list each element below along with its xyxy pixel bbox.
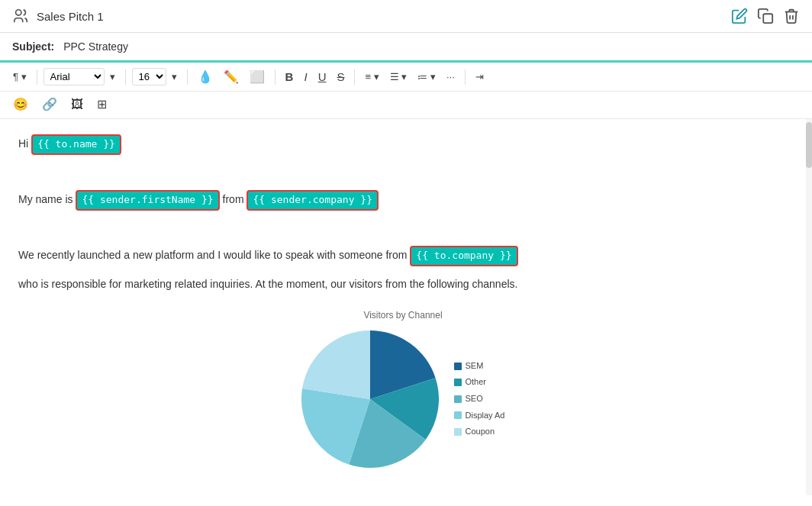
legend-dot-other [454, 379, 462, 386]
header-left: Sales Pitch 1 [12, 8, 104, 24]
font-name-select[interactable]: Arial [44, 68, 105, 85]
launched-prefix: We recently launched a new platform and … [18, 249, 410, 261]
line-empty2 [18, 220, 788, 237]
sep2 [125, 69, 126, 85]
svg-rect-1 [763, 14, 772, 23]
legend-dot-coupon [454, 428, 462, 436]
highlight-btn[interactable]: ✏️ [220, 67, 243, 86]
toolbar-row2: 😊 🔗 🖼 ⊞ [0, 92, 812, 119]
trash-icon[interactable] [783, 8, 800, 24]
toolbar-row1: ¶ ▾ Arial ▾ 16 ▾ 💧 ✏️ ⬜ B I U S ≡ ▾ ☰ ▾ … [0, 63, 812, 92]
editor[interactable]: Hi {{ to.name }} My name is {{ sender.fi… [0, 119, 806, 495]
edit-icon[interactable] [731, 8, 748, 24]
tag-to-name: {{ to.name }} [31, 134, 121, 155]
line-empty1 [18, 164, 788, 181]
pitch-title: Sales Pitch 1 [37, 10, 104, 23]
strikethrough-btn[interactable]: S [333, 68, 348, 85]
underline-btn[interactable]: U [314, 68, 330, 85]
from-text: from [220, 193, 247, 205]
bullet-btn[interactable]: ≔ ▾ [414, 69, 440, 85]
chart-legend: SEM Other SEO Display Ad [454, 359, 505, 439]
legend-dot-display [454, 411, 462, 419]
tag-to-company: {{ to.company }} [410, 246, 517, 266]
more-btn[interactable]: ··· [443, 69, 459, 85]
users-icon [12, 8, 29, 24]
legend-other: Other [454, 375, 505, 389]
hi-prefix: Hi [18, 137, 31, 150]
font-name-dropdown[interactable]: ▾ [106, 69, 119, 85]
font-group: Arial ▾ [44, 68, 119, 85]
list-btn[interactable]: ☰ ▾ [386, 69, 411, 85]
line-responsible: who is responsible for marketing related… [18, 276, 788, 292]
line-hi: Hi {{ to.name }} [18, 134, 788, 155]
legend-label-coupon: Coupon [466, 425, 495, 439]
scrollbar-thumb[interactable] [806, 122, 812, 168]
sep6 [465, 69, 466, 85]
sep4 [275, 69, 276, 85]
legend-dot-seo [454, 395, 462, 403]
line-myname: My name is {{ sender.firstName }} from {… [18, 190, 788, 211]
header-icons [731, 8, 800, 24]
legend-seo: SEO [454, 392, 505, 406]
legend-label-display: Display Ad [466, 409, 505, 423]
paragraph-group: ¶ ▾ [9, 69, 31, 85]
color-btn[interactable]: 💧 [194, 67, 217, 86]
image-btn[interactable]: 🖼 [67, 95, 87, 114]
legend-label-seo: SEO [466, 392, 483, 406]
emoji-btn[interactable]: 😊 [9, 95, 32, 114]
pie-coupon [302, 330, 370, 399]
header: Sales Pitch 1 [0, 0, 812, 33]
table-btn[interactable]: ⊞ [93, 95, 111, 114]
tag-sender-firstname: {{ sender.firstName }} [76, 190, 219, 211]
subject-label: Subject: [12, 40, 54, 53]
paragraph-btn[interactable]: ¶ ▾ [9, 69, 31, 85]
tag-sender-company: {{ sender.company }} [246, 190, 379, 211]
indent-btn[interactable]: ⇥ [472, 69, 488, 85]
copy-icon[interactable] [757, 8, 774, 24]
chart-title: Visitors by Channel [363, 308, 442, 323]
align-btn[interactable]: ≡ ▾ [361, 69, 382, 85]
scrollbar[interactable] [806, 119, 812, 495]
legend-label-other: Other [466, 375, 487, 389]
link-btn[interactable]: 🔗 [38, 95, 61, 114]
sep1 [37, 69, 37, 85]
bold-btn[interactable]: B [282, 68, 298, 85]
legend-coupon: Coupon [454, 425, 505, 439]
line-launched: We recently launched a new platform and … [18, 246, 788, 266]
italic-btn[interactable]: I [300, 68, 311, 85]
svg-point-0 [16, 10, 21, 15]
font-size-select[interactable]: 16 [132, 68, 166, 85]
legend-dot-sem [454, 363, 462, 370]
clear-format-btn[interactable]: ⬜ [246, 67, 269, 86]
chart-container: Visitors by Channel [18, 308, 788, 468]
content-area: Hi {{ to.name }} My name is {{ sender.fi… [0, 119, 812, 495]
sep3 [187, 69, 188, 85]
legend-sem: SEM [454, 359, 505, 373]
chart-body: SEM Other SEO Display Ad [301, 330, 505, 468]
font-size-group: 16 ▾ [132, 68, 181, 85]
pie-chart [301, 330, 439, 468]
subject-bar: Subject: PPC Strategy [0, 33, 812, 63]
subject-value: PPC Strategy [63, 40, 128, 53]
legend-label-sem: SEM [466, 359, 484, 373]
font-size-dropdown[interactable]: ▾ [168, 69, 181, 85]
sep5 [354, 69, 355, 85]
myname-prefix: My name is [18, 193, 76, 205]
legend-display: Display Ad [454, 409, 505, 423]
